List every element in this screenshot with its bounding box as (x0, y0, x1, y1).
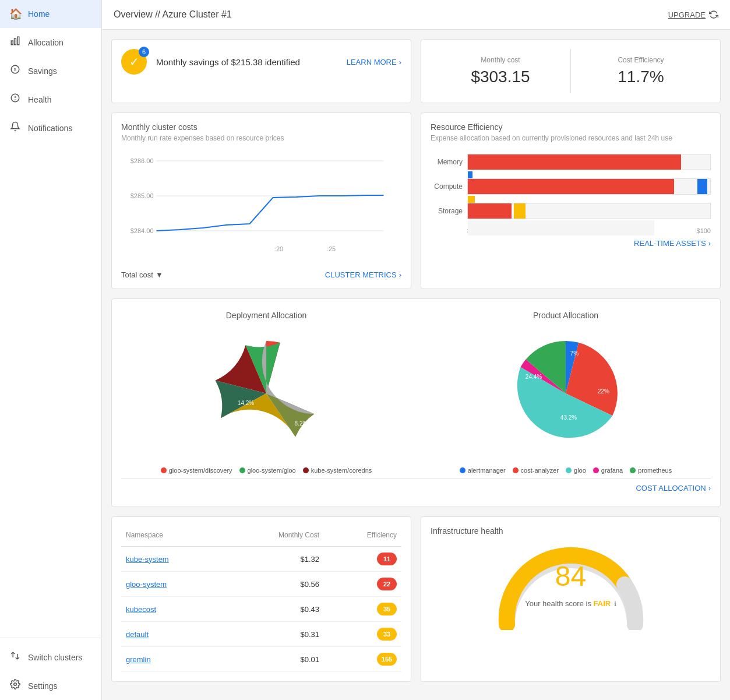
svg-text:7%: 7% (570, 350, 579, 357)
sidebar-label-savings: Savings (28, 66, 57, 76)
legend-prometheus: prometheus (630, 467, 672, 474)
svg-text:$284.00: $284.00 (131, 227, 154, 234)
storage-bar-yellow (514, 203, 526, 219)
compute-bar-used (468, 179, 674, 194)
health-desc: Your health score is FAIR ℹ (525, 599, 616, 608)
ns-cost: $0.01 (225, 647, 324, 672)
ns-link[interactable]: kubecost (126, 605, 156, 614)
product-legend: alertmanager cost-analyzer gloo gra (421, 467, 711, 474)
svg-point-8 (14, 683, 17, 686)
product-pie-container: 7% 22% 43.2% 24.4% (421, 329, 711, 458)
memory-bar-used (468, 154, 681, 170)
gauge-score: 84 (555, 560, 586, 592)
efficiency-badge: 33 (377, 628, 397, 641)
compute-bar-extra (697, 179, 707, 194)
storage-bar-used (468, 203, 512, 219)
sidebar-item-allocation[interactable]: Allocation (0, 28, 101, 57)
topbar: Overview // Azure Cluster #1 UPGRADE (102, 0, 730, 30)
deployment-allocation-section: Deployment Allocation (121, 311, 411, 474)
namespace-table-card: Namespace Monthly Cost Efficiency kube-s… (111, 516, 411, 682)
ns-cost: $0.31 (225, 622, 324, 647)
legend-gloo: gloo (566, 467, 586, 474)
ns-link[interactable]: kube-system (126, 555, 169, 564)
namespace-table: Namespace Monthly Cost Efficiency kube-s… (121, 526, 401, 672)
deployment-allocation-title: Deployment Allocation (121, 311, 411, 320)
chevron-right-icon: › (399, 58, 401, 66)
learn-more-link[interactable]: LEARN MORE › (347, 58, 401, 66)
savings-icon: $ (9, 64, 21, 78)
content-area: ✓ 6 Monthly savings of $215.38 identifie… (102, 30, 730, 700)
sidebar-item-home[interactable]: 🏠 Home (0, 0, 101, 28)
total-cost-button[interactable]: Total cost ▼ (121, 270, 163, 279)
svg-text:43.2%: 43.2% (560, 414, 577, 421)
ns-link[interactable]: default (126, 630, 149, 639)
row-2: Monthly cluster costs Monthly run rate e… (111, 112, 721, 289)
cost-summary-card: Monthly cost $303.15 Cost Efficiency 11.… (421, 39, 721, 103)
sidebar-label-notifications: Notifications (28, 124, 72, 133)
real-time-assets-link[interactable]: REAL-TIME ASSETS › (431, 239, 711, 248)
sidebar-label-settings: Settings (28, 681, 58, 691)
gauge-container: 84 Your health score is FAIR ℹ (431, 543, 711, 608)
sidebar-item-notifications[interactable]: Notifications (0, 114, 101, 142)
efficiency-badge: 22 (377, 578, 397, 590)
health-rating: FAIR (594, 599, 611, 608)
info-icon: ℹ (614, 600, 616, 607)
table-row: kube-system $1.32 11 (121, 547, 401, 572)
sidebar-item-switch-clusters[interactable]: Switch clusters (0, 643, 101, 671)
monthly-cost-value: $303.15 (438, 68, 563, 86)
svg-text:34.9%: 34.9% (284, 394, 301, 400)
line-chart-svg: $286.00 $285.00 $284.00 :20 :25 (121, 149, 401, 266)
total-cost-label: Total cost (121, 270, 153, 279)
table-row: gremlin $0.01 155 (121, 647, 401, 672)
legend-grafana: grafana (593, 467, 623, 474)
cost-allocation-link[interactable]: COST ALLOCATION › (121, 479, 711, 497)
savings-banner-card: ✓ 6 Monthly savings of $215.38 identifie… (111, 39, 411, 103)
chevron-right-icon: › (399, 270, 401, 279)
table-row: kubecost $0.43 35 (121, 597, 401, 622)
cluster-costs-subtitle: Monthly run rate expenses based on resou… (121, 134, 401, 142)
ns-link[interactable]: gremlin (126, 655, 151, 664)
compute-bar-empty (676, 179, 695, 194)
page-title: Overview // Azure Cluster #1 (114, 9, 232, 20)
chevron-right-icon: › (708, 239, 711, 248)
cluster-costs-card: Monthly cluster costs Monthly run rate e… (111, 112, 411, 289)
main-content: Overview // Azure Cluster #1 UPGRADE ✓ 6… (102, 0, 730, 700)
efficiency-badge: 35 (377, 603, 397, 615)
sidebar-item-savings[interactable]: $ Savings (0, 57, 101, 85)
svg-text:14.2%: 14.2% (238, 400, 254, 406)
memory-bar-empty (683, 154, 708, 170)
health-title: Infrastructure health (431, 526, 711, 536)
allocation-icon (9, 36, 21, 49)
sidebar-label-switch-clusters: Switch clusters (28, 653, 82, 662)
ns-link[interactable]: gloo-system (126, 580, 167, 589)
allocation-card: Deployment Allocation (111, 298, 721, 507)
svg-rect-2 (17, 37, 19, 45)
ns-name: gremlin (121, 647, 225, 672)
upgrade-button[interactable]: UPGRADE (668, 10, 718, 19)
svg-text:22%: 22% (598, 388, 609, 395)
efficiency-badge: 11 (377, 553, 397, 565)
savings-text: Monthly savings of $215.38 identified (156, 57, 300, 67)
monthly-cost-label: Monthly cost (438, 56, 563, 64)
memory-bar (467, 154, 711, 170)
deployment-legend: gloo-system/discovery gloo-system/gloo k… (121, 467, 411, 474)
sidebar-label-allocation: Allocation (28, 38, 64, 47)
table-row: default $0.31 33 (121, 622, 401, 647)
col-efficiency: Efficiency (324, 526, 401, 547)
storage-label: Storage (431, 207, 463, 215)
product-pie-svg: 7% 22% 43.2% 24.4% (502, 329, 630, 458)
sidebar-bottom: Switch clusters Settings (0, 638, 101, 700)
sidebar-item-health[interactable]: Health (0, 85, 101, 114)
svg-text:$: $ (14, 67, 17, 72)
cluster-costs-title: Monthly cluster costs (121, 122, 401, 132)
notifications-icon (9, 121, 21, 135)
svg-text:24.4%: 24.4% (526, 374, 542, 380)
svg-text::20: :20 (274, 245, 283, 252)
compute-bar (467, 178, 711, 195)
svg-rect-0 (11, 41, 13, 45)
svg-rect-1 (15, 38, 16, 45)
legend-coredns: kube-system/coredns (303, 467, 372, 474)
ns-efficiency: 11 (324, 547, 401, 572)
cluster-metrics-link[interactable]: CLUSTER METRICS › (325, 270, 401, 279)
sidebar-item-settings[interactable]: Settings (0, 671, 101, 700)
